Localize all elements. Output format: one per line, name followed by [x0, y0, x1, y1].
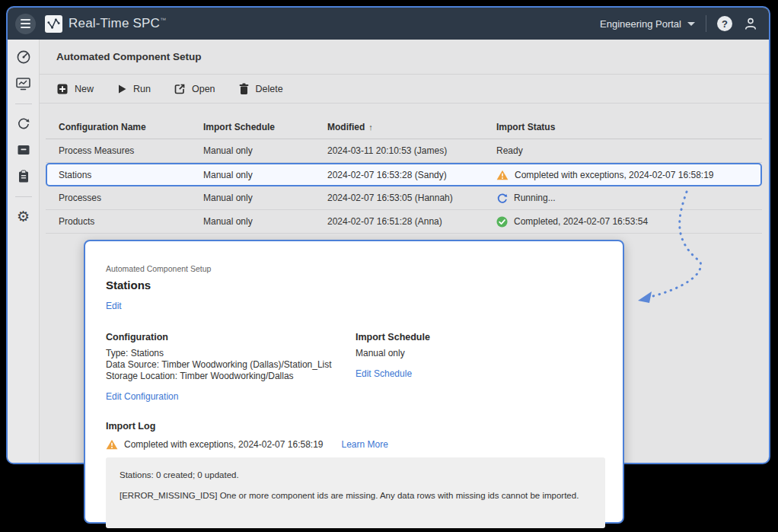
detail-popup-card: Automated Component Setup Stations Edit … [84, 240, 624, 524]
user-account-icon[interactable] [743, 16, 758, 31]
archive-box-icon[interactable] [14, 140, 33, 160]
configuration-section: Configuration Type: Stations Data Source… [106, 332, 356, 403]
play-icon [116, 84, 127, 94]
brand-title: Real-Time SPC™ [69, 16, 166, 31]
screenshot-stage: Real-Time SPC™ Engineering Portal ? [0, 0, 778, 532]
warning-icon [496, 170, 509, 180]
table-row-selected[interactable]: Stations Manual only 2024-02-07 16:53:28… [46, 163, 762, 186]
clipboard-icon[interactable] [14, 167, 33, 186]
sort-ascending-icon: ↑ [368, 123, 373, 132]
open-external-icon [174, 83, 186, 95]
page-title-bar: Automated Component Setup [40, 40, 769, 75]
toolbar: New Run Open Delete [40, 75, 769, 104]
status-cell: Running... [496, 193, 762, 204]
hamburger-menu-icon[interactable] [15, 14, 36, 34]
help-icon[interactable]: ? [717, 16, 732, 31]
import-schedule-heading: Import Schedule [356, 332, 430, 342]
monitor-chart-icon[interactable] [14, 74, 33, 94]
configuration-type: Type: Stations [106, 348, 356, 359]
delete-button[interactable]: Delete [238, 83, 283, 95]
left-nav-sidebar: ⚙ [8, 40, 40, 463]
table-row[interactable]: Processes Manual only 2024-02-07 16:53:0… [46, 186, 762, 210]
header-configuration-name[interactable]: Configuration Name [59, 122, 203, 132]
sidebar-divider [15, 196, 32, 197]
status-cell: Completed with exceptions, 2024-02-07 16… [496, 170, 760, 180]
portal-label: Engineering Portal [600, 18, 681, 30]
dashboard-gauge-icon[interactable] [14, 47, 33, 67]
run-button[interactable]: Run [116, 84, 151, 94]
sync-icon[interactable] [14, 113, 33, 133]
open-button[interactable]: Open [174, 83, 215, 95]
popup-title: Stations [106, 279, 602, 291]
table-row[interactable]: Process Measures Manual only 2024-03-11 … [46, 139, 762, 163]
table-row[interactable]: Products Manual only 2024-02-07 16:51:28… [46, 210, 762, 234]
portal-selector[interactable]: Engineering Portal [600, 18, 695, 30]
configurations-table: Configuration Name Import Schedule Modif… [46, 116, 762, 234]
learn-more-link[interactable]: Learn More [342, 439, 388, 450]
plus-square-icon [56, 83, 69, 95]
header-modified[interactable]: Modified↑ [327, 122, 496, 132]
log-line: [ERROR_MISSING_IDS] One or more componen… [120, 491, 591, 500]
top-bar: Real-Time SPC™ Engineering Portal ? [8, 8, 769, 40]
table-header-row: Configuration Name Import Schedule Modif… [46, 116, 762, 139]
import-log-output: Stations: 0 created; 0 updated. [ERROR_M… [106, 457, 605, 528]
warning-icon [106, 439, 118, 450]
import-log-heading: Import Log [106, 421, 602, 432]
running-refresh-icon [496, 193, 508, 204]
header-import-status[interactable]: Import Status [496, 122, 762, 132]
topbar-divider [706, 15, 706, 32]
import-schedule-section: Import Schedule Manual only Edit Schedul… [356, 332, 430, 403]
import-log-section: Import Log Completed with exceptions, 20… [106, 421, 602, 528]
settings-gear-icon[interactable]: ⚙ [14, 206, 33, 226]
edit-link[interactable]: Edit [106, 301, 122, 311]
import-schedule-value: Manual only [356, 348, 430, 359]
page-title: Automated Component Setup [56, 51, 202, 62]
status-cell: Ready [496, 145, 762, 156]
app-logo-icon [45, 15, 62, 33]
configuration-heading: Configuration [106, 332, 356, 342]
import-log-status: Completed with exceptions, 2024-02-07 16… [124, 439, 324, 450]
chevron-down-icon [687, 22, 695, 26]
configuration-storage-location: Storage Location: Timber Woodworking/Dal… [106, 371, 356, 382]
configuration-data-source: Data Source: Timber Woodworking (Dallas)… [106, 359, 356, 371]
completed-check-icon [496, 216, 508, 228]
edit-configuration-link[interactable]: Edit Configuration [106, 391, 178, 402]
header-import-schedule[interactable]: Import Schedule [203, 122, 327, 132]
trash-icon [238, 83, 250, 95]
popup-breadcrumb: Automated Component Setup [106, 264, 602, 273]
trademark-symbol: ™ [160, 17, 166, 24]
sidebar-divider [15, 104, 32, 104]
status-cell: Completed, 2024-02-07 16:53:54 [496, 216, 762, 228]
edit-schedule-link[interactable]: Edit Schedule [356, 368, 412, 379]
log-line: Stations: 0 created; 0 updated. [120, 470, 591, 479]
new-button[interactable]: New [56, 83, 94, 95]
